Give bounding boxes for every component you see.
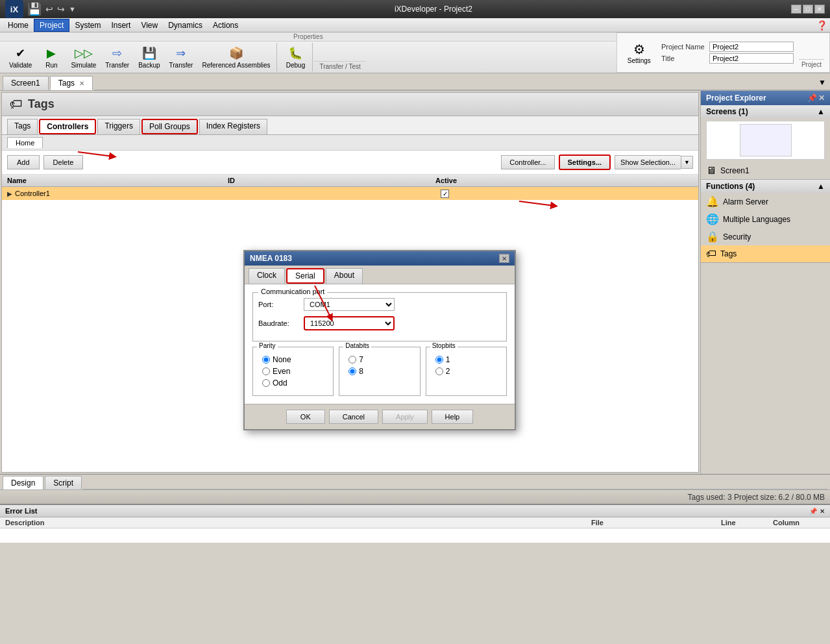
design-tab[interactable]: Design — [3, 476, 43, 489]
databits-group: Databits 7 8 — [339, 347, 420, 396]
parity-even-item[interactable]: Even — [262, 367, 324, 376]
databits-7-radio[interactable] — [348, 356, 356, 364]
backup-btn[interactable]: 💾 Backup — [134, 43, 164, 71]
app-title: iXDeveloper - Project2 — [76, 5, 791, 14]
help-button[interactable]: Help — [432, 410, 474, 424]
menu-actions[interactable]: Actions — [208, 19, 243, 31]
script-tab[interactable]: Script — [45, 476, 82, 489]
pe-pin-icon[interactable]: 📌 — [807, 93, 817, 103]
delete-button[interactable]: Delete — [43, 155, 84, 169]
content-home-tab[interactable]: Home — [7, 137, 43, 148]
dialog-tab-serial[interactable]: Serial — [286, 268, 324, 284]
inner-tab-poll-groups[interactable]: Poll Groups — [141, 119, 198, 134]
settings-panel-icon: ⚙ — [633, 42, 645, 57]
parity-odd-radio[interactable] — [262, 379, 270, 387]
baudrate-select[interactable]: 9600 19200 38400 57600 115200 — [304, 316, 395, 330]
pe-security-item[interactable]: 🔒 Security — [701, 228, 830, 245]
project-title-label: Title — [661, 55, 707, 62]
ok-button[interactable]: OK — [286, 410, 325, 424]
databits-8-radio[interactable] — [348, 367, 356, 375]
validate-btn[interactable]: ✔ Validate — [5, 43, 36, 71]
dialog-tab-serial-label: Serial — [295, 271, 315, 280]
dialog-tab-clock[interactable]: Clock — [249, 268, 285, 284]
error-close-icon[interactable]: ✕ — [820, 508, 825, 515]
port-row: Port: COM1 COM2 COM3 COM4 — [258, 298, 501, 311]
comm-port-group: Communication port Port: COM1 COM2 COM3 … — [252, 292, 507, 341]
menu-system[interactable]: System — [69, 19, 106, 31]
run-btn[interactable]: ▶ Run — [37, 43, 66, 71]
controller-button[interactable]: Controller... — [501, 155, 554, 169]
databits-8-item[interactable]: 8 — [348, 367, 410, 376]
dropdown-icon[interactable]: ▼ — [69, 5, 76, 13]
transfer1-btn[interactable]: ⇨ Transfer — [101, 43, 133, 71]
tab-tags[interactable]: Tags ✕ — [50, 76, 93, 90]
tab-screen1[interactable]: Screen1 — [3, 76, 49, 90]
menu-project[interactable]: Project — [34, 19, 69, 32]
dialog-close-btn[interactable]: ✕ — [499, 254, 509, 263]
parity-none-item[interactable]: None — [262, 355, 324, 364]
port-select[interactable]: COM1 COM2 COM3 COM4 — [304, 298, 395, 311]
close-btn[interactable]: ✕ — [814, 5, 825, 14]
active-checkbox[interactable] — [441, 190, 449, 198]
app-logo[interactable]: iX — [5, 0, 23, 18]
project-title-input[interactable] — [709, 53, 794, 64]
pe-languages-item[interactable]: 🌐 Multiple Languages — [701, 210, 830, 228]
project-name-input[interactable] — [709, 42, 794, 52]
show-selection-button[interactable]: Show Selection... — [615, 155, 681, 169]
settings-icon-btn[interactable]: ⚙ Settings — [622, 39, 656, 67]
pe-title: Project Explorer — [706, 93, 766, 103]
parity-odd-item[interactable]: Odd — [262, 378, 324, 388]
stopbits-2-item[interactable]: 2 — [435, 367, 497, 376]
pe-alarm-item[interactable]: 🔔 Alarm Server — [701, 193, 830, 210]
inner-tab-index-registers[interactable]: Index Registers — [199, 119, 267, 134]
project-section-label: Project — [799, 59, 824, 69]
tab-overflow-btn[interactable]: ▼ — [814, 76, 830, 90]
parity-group: Parity None Even Odd — [252, 347, 334, 396]
parity-even-radio[interactable] — [262, 367, 270, 375]
undo-icon[interactable]: ↩ — [45, 4, 53, 14]
stopbits-options: 1 2 — [430, 351, 502, 380]
cancel-button[interactable]: Cancel — [329, 410, 378, 424]
menu-view[interactable]: View — [136, 19, 163, 31]
transfer2-btn[interactable]: ⇒ Transfer — [165, 43, 197, 71]
save-icon[interactable]: 💾 — [27, 2, 42, 16]
stopbits-1-radio[interactable] — [435, 356, 443, 364]
redo-icon[interactable]: ↪ — [57, 4, 65, 14]
stopbits-1-item[interactable]: 1 — [435, 355, 497, 364]
tab-tags-close[interactable]: ✕ — [79, 80, 84, 87]
maximize-btn[interactable]: □ — [803, 5, 813, 14]
inner-tab-controllers[interactable]: Controllers — [39, 119, 96, 134]
pe-tags-item[interactable]: 🏷 Tags — [701, 245, 830, 262]
toolbar-buttons: ✔ Validate ▶ Run ▷▷ Simulate ⇨ Transfer … — [0, 42, 616, 73]
screen1-icon: 🖥 — [706, 165, 716, 177]
dialog-tab-about-label: About — [334, 271, 354, 280]
stopbits-2-radio[interactable] — [435, 367, 443, 375]
col-active-header: Active — [435, 177, 693, 184]
pe-close-icon[interactable]: ✕ — [818, 93, 825, 103]
dialog-tab-clock-label: Clock — [257, 271, 276, 280]
apply-button[interactable]: Apply — [382, 410, 428, 424]
debug-btn[interactable]: 🐛 Debug — [281, 43, 310, 71]
pe-screen1-item[interactable]: 🖥 Screen1 — [701, 162, 830, 179]
inner-tab-triggers[interactable]: Triggers — [97, 119, 140, 134]
menu-insert[interactable]: Insert — [106, 19, 136, 31]
pe-screens-header[interactable]: Screens (1) ▲ — [701, 105, 830, 118]
show-selection-dropdown[interactable]: ▼ — [681, 156, 693, 169]
inner-tab-tags[interactable]: Tags — [7, 119, 38, 134]
referenced-btn[interactable]: 📦 Referenced Assemblies — [198, 43, 274, 71]
minimize-btn[interactable]: ─ — [791, 5, 801, 14]
menu-home[interactable]: Home — [3, 19, 34, 31]
languages-icon: 🌐 — [706, 213, 719, 225]
simulate-btn[interactable]: ▷▷ Simulate — [67, 43, 100, 71]
menu-dynamics[interactable]: Dynamics — [163, 19, 208, 31]
dialog-tab-about[interactable]: About — [326, 268, 363, 284]
databits-7-item[interactable]: 7 — [348, 355, 410, 364]
transfer2-label: Transfer — [169, 62, 193, 69]
settings-button[interactable]: Settings... — [559, 155, 611, 170]
table-row[interactable]: ▶ Controller1 — [2, 187, 698, 200]
help-icon[interactable]: ❓ — [816, 20, 827, 31]
parity-none-radio[interactable] — [262, 356, 270, 364]
add-button[interactable]: Add — [7, 155, 40, 169]
pe-functions-header[interactable]: Functions (4) ▲ — [701, 180, 830, 193]
error-pin-icon[interactable]: 📌 — [809, 508, 817, 515]
